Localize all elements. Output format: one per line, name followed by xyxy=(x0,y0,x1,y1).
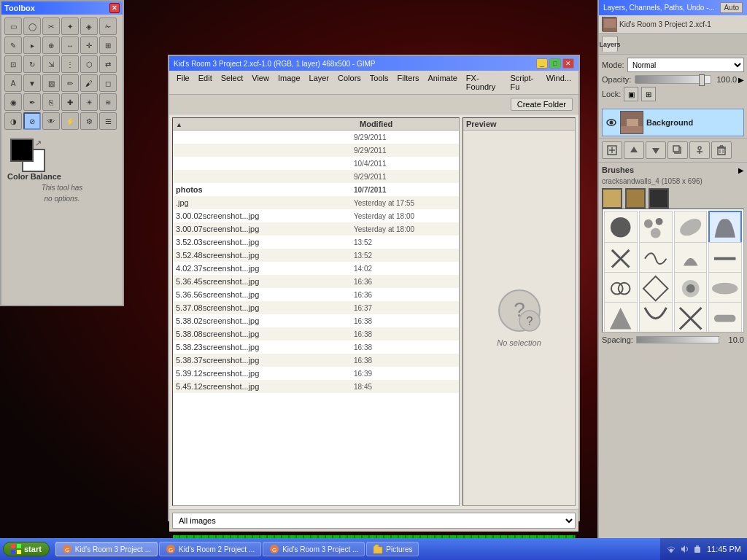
swap-colors-icon[interactable]: ↗ xyxy=(35,139,42,148)
close-button[interactable]: ✕ xyxy=(562,58,574,69)
menu-select[interactable]: Select xyxy=(217,72,248,93)
file-type-filter[interactable]: All images xyxy=(172,513,576,529)
color-select-tool[interactable]: ◈ xyxy=(80,18,98,35)
brush-item[interactable] xyxy=(604,302,638,332)
paintbrush-tool[interactable]: 🖌 xyxy=(80,74,98,92)
brush-item[interactable] xyxy=(604,272,638,306)
paths-tool[interactable]: ✎ xyxy=(4,36,22,54)
zoom-tool[interactable]: ⊕ xyxy=(42,36,60,54)
lock-alpha-button[interactable]: ⊞ xyxy=(641,87,656,101)
brush-item[interactable] xyxy=(639,302,673,332)
menu-wind[interactable]: Wind... xyxy=(542,72,576,93)
brush-item[interactable] xyxy=(674,211,708,244)
ellipse-select-tool[interactable]: ◯ xyxy=(23,18,41,35)
measure-tool[interactable]: ↔ xyxy=(61,36,79,54)
menu-file[interactable]: File xyxy=(172,72,194,93)
volume-tray-icon[interactable] xyxy=(679,544,689,554)
modified-column-header[interactable]: Modified xyxy=(357,118,459,130)
desaturate-tool[interactable]: ◑ xyxy=(4,112,22,130)
brush-item[interactable] xyxy=(708,242,742,276)
lasso-tool[interactable]: ✂ xyxy=(42,18,60,35)
mode-select[interactable]: Normal Multiply Screen xyxy=(627,58,744,72)
tab-layers[interactable]: Layers xyxy=(602,36,618,52)
menu-view[interactable]: View xyxy=(247,72,274,93)
brush-swatch-1[interactable] xyxy=(602,188,622,209)
taskbar-item-gimp3[interactable]: G Kid's Room 3 Project ... xyxy=(263,542,365,556)
lock-pixels-button[interactable]: ▣ xyxy=(624,87,638,101)
color-picker-tool[interactable]: ▸ xyxy=(23,36,41,54)
opacity-slider[interactable] xyxy=(635,75,711,84)
list-item[interactable]: 9/29/2011 xyxy=(173,170,459,183)
network-tray-icon[interactable] xyxy=(666,544,676,554)
fuzzy-select-tool[interactable]: ✦ xyxy=(61,18,79,35)
list-item[interactable]: 9/29/2011 xyxy=(173,144,459,157)
brushes-expand-icon[interactable]: ▶ xyxy=(738,166,744,174)
list-item[interactable]: 5.38.37screenshot...jpg 16:38 xyxy=(173,354,459,367)
safety-remove-tray-icon[interactable] xyxy=(692,544,703,554)
heal-tool[interactable]: ✚ xyxy=(61,93,79,111)
menu-image[interactable]: Image xyxy=(274,72,305,93)
minimize-button[interactable]: _ xyxy=(536,58,548,69)
list-item[interactable]: 3.00.02screenshot...jpg Yesterday at 18:… xyxy=(173,209,459,222)
brush-item[interactable] xyxy=(639,211,673,244)
flip-tool[interactable]: ⇄ xyxy=(99,55,117,73)
smudge-tool[interactable]: ≋ xyxy=(99,93,117,111)
script-fu-tool[interactable]: ⚡ xyxy=(61,112,79,130)
brush-item[interactable] xyxy=(639,242,673,276)
layer-visibility-toggle[interactable] xyxy=(605,117,617,128)
list-item[interactable]: 5.36.45screenshot...jpg 16:36 xyxy=(173,275,459,288)
extra-tool[interactable]: ☰ xyxy=(99,112,117,130)
rotate-tool[interactable]: ↻ xyxy=(23,55,41,73)
blend-tool[interactable]: ▨ xyxy=(42,74,60,92)
create-folder-button[interactable]: Create Folder xyxy=(511,98,573,111)
eraser-tool[interactable]: ◻ xyxy=(99,74,117,92)
menu-tools[interactable]: Tools xyxy=(365,72,393,93)
taskbar-item-gimp1[interactable]: G Kid's Room 3 Project ... xyxy=(55,542,158,556)
menu-script-fu[interactable]: Script-Fu xyxy=(506,72,541,93)
dodge-burn-tool[interactable]: ☀ xyxy=(80,93,98,111)
list-item[interactable]: 5.36.56screenshot...jpg 16:36 xyxy=(173,288,459,301)
list-item[interactable]: photos 10/7/2011 xyxy=(173,183,459,196)
ink-tool[interactable]: ✒ xyxy=(23,93,41,111)
align-tool[interactable]: ⊞ xyxy=(99,36,117,54)
duplicate-layer-button[interactable] xyxy=(667,141,688,159)
delete-layer-button[interactable] xyxy=(711,141,732,159)
file-list-scroll[interactable]: 9/29/2011 9/29/2011 10/4/2011 9/29/2011 … xyxy=(173,131,459,502)
name-column-header[interactable]: ▲ xyxy=(173,118,357,130)
brush-item[interactable] xyxy=(674,302,708,332)
list-item[interactable]: 4.02.37screenshot...jpg 14:02 xyxy=(173,262,459,275)
red-eye-tool[interactable]: 👁 xyxy=(42,112,60,130)
taskbar-item-pictures[interactable]: Pictures xyxy=(366,542,419,556)
scissors-tool[interactable]: ✁ xyxy=(99,18,117,35)
list-item[interactable]: 5.45.12screenshot...jpg 18:45 xyxy=(173,380,459,393)
list-item[interactable]: .jpg Yesterday at 17:55 xyxy=(173,196,459,209)
config-tool[interactable]: ⚙ xyxy=(80,112,98,130)
brush-item[interactable] xyxy=(639,272,673,306)
maximize-button[interactable]: □ xyxy=(549,58,561,69)
new-layer-button[interactable] xyxy=(602,141,622,159)
brush-item[interactable] xyxy=(674,242,708,276)
taskbar-item-gimp2[interactable]: G Kid's Room 2 Project ... xyxy=(159,542,261,556)
lower-layer-button[interactable] xyxy=(646,141,666,159)
perspective-tool[interactable]: ⬡ xyxy=(80,55,98,73)
menu-colors[interactable]: Colors xyxy=(333,72,365,93)
list-item[interactable]: 5.39.12screenshot...jpg 16:39 xyxy=(173,367,459,380)
brush-item[interactable] xyxy=(604,242,638,276)
list-item[interactable]: 3.00.07screenshot...jpg Yesterday at 18:… xyxy=(173,222,459,236)
spacing-slider[interactable] xyxy=(636,336,719,343)
brush-swatch-3[interactable] xyxy=(649,188,669,209)
clone-tool[interactable]: ⎘ xyxy=(42,93,60,111)
rect-select-tool[interactable]: ▭ xyxy=(4,18,22,35)
list-item[interactable]: 3.52.03screenshot...jpg 13:52 xyxy=(173,236,459,249)
menu-filters[interactable]: Filters xyxy=(393,72,424,93)
auto-button[interactable]: Auto xyxy=(720,2,743,13)
menu-edit[interactable]: Edit xyxy=(194,72,217,93)
scale-tool[interactable]: ⇲ xyxy=(42,55,60,73)
brush-swatch-2[interactable] xyxy=(625,188,646,209)
brush-item[interactable] xyxy=(708,272,742,306)
brush-item[interactable] xyxy=(708,211,742,244)
list-item[interactable]: 5.38.02screenshot...jpg 16:38 xyxy=(173,314,459,327)
list-item[interactable]: 5.38.08screenshot...jpg 16:38 xyxy=(173,327,459,341)
anchor-layer-button[interactable] xyxy=(689,141,710,159)
text-tool[interactable]: A xyxy=(4,74,22,92)
